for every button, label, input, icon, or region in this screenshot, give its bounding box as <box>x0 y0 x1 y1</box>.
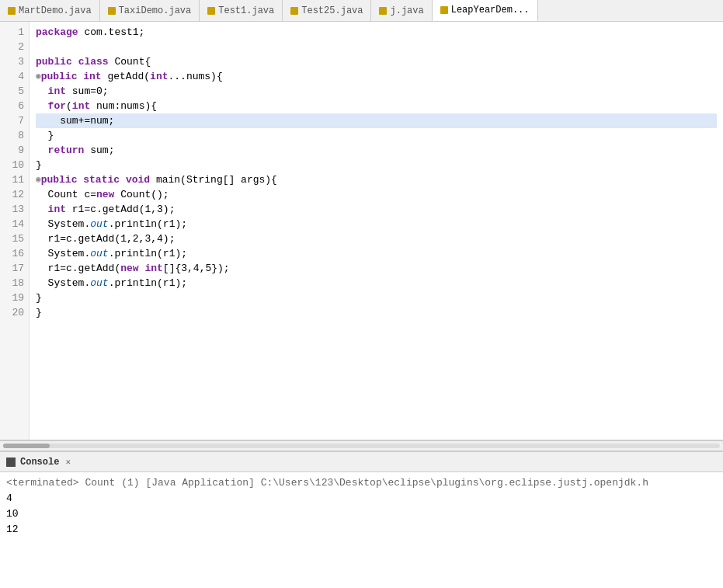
tab-icon <box>440 6 448 14</box>
tab-label: Test25.java <box>301 5 363 16</box>
code-line-5: int sum=0; <box>36 84 717 99</box>
tab-test25[interactable]: Test25.java <box>283 0 371 21</box>
scrollbar-track[interactable] <box>3 444 720 448</box>
console-terminated-line: <terminated> Count (1) [Java Application… <box>6 475 717 491</box>
code-line-8: } <box>36 128 717 143</box>
tab-test1[interactable]: Test1.java <box>200 0 283 21</box>
tab-icon <box>379 7 387 15</box>
code-line-17: r1=c.getAdd(new int[]{3,4,5}); <box>36 261 717 276</box>
code-line-6: for(int num:nums){ <box>36 99 717 113</box>
tab-label: TaxiDemo.java <box>119 5 192 16</box>
tab-icon <box>207 7 215 15</box>
console-output-line-3: 12 <box>6 522 717 538</box>
console-icon <box>6 458 16 467</box>
console-title: Console <box>20 457 59 468</box>
code-line-3: public class Count{ <box>36 54 717 69</box>
tab-label: LeapYearDem... <box>451 5 530 16</box>
code-line-9: return sum; <box>36 143 717 158</box>
console-body: <terminated> Count (1) [Java Application… <box>0 472 723 588</box>
code-line-15: r1=c.getAdd(1,2,3,4); <box>36 231 717 246</box>
tab-label: MartDemo.java <box>19 5 92 16</box>
code-line-18: System.out.println(r1); <box>36 276 717 291</box>
tab-icon <box>290 7 298 15</box>
console-output-line-2: 10 <box>6 506 717 522</box>
tab-bar: MartDemo.java TaxiDemo.java Test1.java T… <box>0 0 723 22</box>
code-line-11: ◉public static void main(String[] args){ <box>36 172 717 187</box>
code-line-14: System.out.println(r1); <box>36 217 717 231</box>
line-numbers: 1 2 3 4 5 6 7 8 9 10 11 12 13 14 15 16 1… <box>0 22 30 440</box>
code-line-19: } <box>36 291 717 305</box>
editor-scrollbar[interactable] <box>0 440 723 451</box>
tab-j[interactable]: j.java <box>371 0 432 21</box>
tab-taxidemo[interactable]: TaxiDemo.java <box>100 0 200 21</box>
console-close-button[interactable]: ✕ <box>65 457 71 467</box>
tab-leapyear[interactable]: LeapYearDem... <box>433 0 538 22</box>
tab-label: Test1.java <box>218 5 274 16</box>
editor-area: 1 2 3 4 5 6 7 8 9 10 11 12 13 14 15 16 1… <box>0 22 723 440</box>
collapse-marker-4[interactable]: ◉ <box>36 69 41 84</box>
code-editor[interactable]: package com.test1; public class Count{ ◉… <box>30 22 723 440</box>
code-line-12: Count c=new Count(); <box>36 187 717 202</box>
tab-icon <box>108 7 116 15</box>
code-line-16: System.out.println(r1); <box>36 246 717 261</box>
code-line-1: package com.test1; <box>36 25 717 40</box>
code-line-10: } <box>36 158 717 172</box>
tab-icon <box>8 7 16 15</box>
console-output-line-1: 4 <box>6 491 717 506</box>
code-line-4: ◉public int getAdd(int...nums){ <box>36 69 717 84</box>
code-line-20: } <box>36 305 717 320</box>
collapse-marker-11[interactable]: ◉ <box>36 172 41 187</box>
console-header: Console ✕ <box>0 452 723 472</box>
code-line-2 <box>36 40 717 54</box>
console-panel: Console ✕ <terminated> Count (1) [Java A… <box>0 451 723 588</box>
tab-martdemo[interactable]: MartDemo.java <box>0 0 100 21</box>
code-line-13: int r1=c.getAdd(1,3); <box>36 202 717 217</box>
scrollbar-thumb[interactable] <box>3 444 50 448</box>
code-line-7: sum+=num; <box>36 113 717 128</box>
tab-label: j.java <box>390 5 423 16</box>
